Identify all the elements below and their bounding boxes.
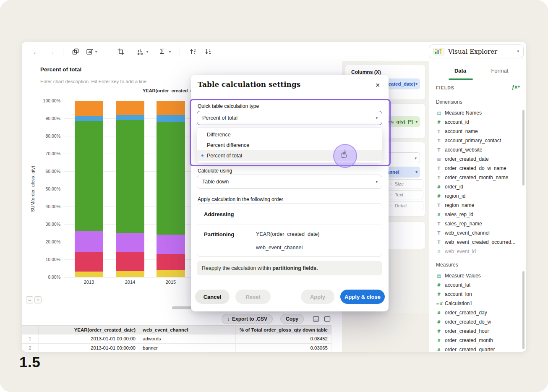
field-item[interactable]: #web_event_id [433, 247, 520, 256]
bar-segment-green[interactable] [75, 121, 103, 231]
field-item[interactable]: #sales_rep_id [433, 210, 520, 219]
field-item[interactable]: Taccount_primary_contact [433, 136, 520, 145]
field-item[interactable]: #order_created_quarter [433, 345, 520, 352]
workbook-switcher[interactable]: Visual Explorer ▾ [429, 44, 524, 58]
measures-label: Measures [436, 262, 458, 268]
back-button[interactable]: ← [31, 47, 41, 56]
calc-type-option[interactable]: Difference [197, 129, 382, 140]
remove-chart-button[interactable] [85, 47, 95, 56]
apply-button[interactable]: Apply [301, 290, 334, 304]
collapse-panel-button[interactable] [313, 316, 319, 322]
reset-button[interactable]: Reset [235, 290, 271, 304]
field-item[interactable]: #order_id [433, 182, 520, 191]
bar-segment-orange[interactable] [75, 101, 103, 116]
field-item[interactable]: Tweb_event_created_occurred... [433, 238, 520, 247]
bar-segment-violet[interactable] [75, 231, 103, 252]
bar-segment-yellow[interactable] [75, 272, 103, 277]
text-drop-target[interactable]: ○Text [387, 190, 423, 199]
number-field-icon: # [436, 338, 442, 343]
bar-segment-green[interactable] [157, 122, 185, 235]
bar-segment-violet[interactable] [157, 235, 185, 254]
bar-segment-orange[interactable] [116, 101, 144, 115]
apply-and-close-button[interactable]: Apply & close [340, 290, 385, 304]
add-calculation-icon[interactable]: ƒx+ [512, 84, 520, 90]
duplicate-icon [72, 48, 79, 55]
close-button[interactable]: ✕ [373, 80, 383, 90]
zoom-in-button[interactable]: + [34, 296, 42, 303]
field-item[interactable]: #order_created_month [433, 336, 520, 345]
field-item[interactable]: Tregion_name [433, 201, 520, 210]
special-field-icon: ▤ [436, 274, 442, 278]
sort-descending-button[interactable] [203, 47, 213, 56]
option-label: Percent difference [207, 142, 249, 148]
bar-segment-blue[interactable] [75, 116, 103, 121]
table-header-cell [22, 326, 39, 335]
swap-axes-button[interactable] [135, 47, 145, 56]
text-field-icon: T [436, 222, 442, 226]
chevron-down-icon: ▾ [415, 170, 418, 174]
field-item[interactable]: Torder_created_month_name [433, 173, 520, 182]
field-label: order_created_month_name [445, 175, 508, 180]
bar-segment-green[interactable] [116, 120, 144, 233]
calculate-using-select[interactable]: Table down ▾ [197, 175, 382, 189]
bar-segment-yellow[interactable] [157, 270, 185, 277]
field-label: Calculation1 [445, 301, 472, 306]
field-item[interactable]: #account_lon [433, 290, 520, 299]
toolbar-divider [63, 47, 63, 56]
quick-calc-select[interactable]: Percent of total ▾ [197, 111, 382, 125]
dimensions-scrollbar[interactable] [522, 110, 525, 186]
field-item[interactable]: #order_created_day [433, 308, 520, 317]
sort-ascending-button[interactable] [188, 47, 198, 56]
copy-button[interactable]: Copy [280, 314, 304, 324]
bar-segment-yellow[interactable] [116, 271, 144, 277]
field-item[interactable]: =#Calculation1 [433, 299, 520, 308]
field-item[interactable]: ▤Measure Values [433, 271, 520, 280]
aggregate-button[interactable]: Σ [157, 47, 167, 56]
tab-format[interactable]: Format [486, 61, 513, 80]
field-item[interactable]: #region_id [433, 191, 520, 201]
export-csv-button[interactable]: ↓ Export to .CSV [222, 314, 273, 324]
field-item[interactable]: Torder_created_do_w_name [433, 164, 520, 173]
field-item[interactable]: #account_lat [433, 280, 520, 290]
measures-scrollbar[interactable] [522, 271, 525, 349]
bar-segment-crimson[interactable] [75, 252, 103, 272]
field-item[interactable]: #order_created_hour [433, 327, 520, 336]
field-item[interactable]: Tweb_event_channel [433, 228, 520, 238]
field-item[interactable]: Tsales_rep_name [433, 219, 520, 228]
table-row[interactable]: 12013-01-01 00:00:00adwords0.08452 [22, 335, 331, 344]
field-item[interactable]: Taccount_website [433, 145, 520, 154]
bar-segment-orange[interactable] [157, 101, 185, 115]
chevron-down-icon[interactable]: ▾ [145, 50, 149, 54]
table-cell: 2013-01-01 00:00:00 [39, 344, 139, 352]
field-item[interactable]: Taccount_name [433, 127, 520, 136]
chevron-down-icon[interactable]: ▾ [94, 50, 98, 54]
bar-segment-crimson[interactable] [116, 252, 144, 271]
bar-segment-blue[interactable] [116, 115, 144, 120]
field-label: order_id [445, 184, 463, 190]
cancel-button[interactable]: Cancel [195, 290, 230, 304]
chevron-down-icon[interactable]: ▾ [168, 50, 172, 54]
field-label: web_event_created_occurred... [445, 239, 515, 245]
field-item[interactable]: #order_created_do_w [433, 317, 520, 327]
field-item[interactable]: #account_id [433, 118, 520, 127]
bar-segment-blue[interactable] [157, 115, 185, 122]
expand-panel-button[interactable] [324, 316, 331, 322]
bar-segment-crimson[interactable] [157, 254, 185, 270]
order-section-label: Apply calculation in the following order [198, 196, 283, 202]
detail-drop-target[interactable]: ○Detail [387, 201, 423, 210]
field-item[interactable]: ▤Measure Names [433, 108, 520, 118]
crop-button[interactable] [116, 47, 126, 56]
tab-data[interactable]: Data [448, 61, 473, 80]
note-bold-text: partitioning fields. [272, 265, 318, 271]
forward-button[interactable]: → [46, 47, 56, 56]
bar-segment-violet[interactable] [116, 233, 144, 252]
table-row[interactable]: 22013-01-01 00:00:00banner0.03065 [22, 344, 331, 352]
field-item[interactable]: ▦order_created_date [433, 154, 520, 164]
zoom-out-button[interactable]: − [26, 296, 33, 303]
duplicate-button[interactable] [70, 47, 81, 56]
text-field-icon: T [436, 203, 442, 208]
size-drop-target[interactable]: ○Size [387, 179, 423, 188]
y-axis-tick-label: 50.00% [22, 186, 60, 191]
number-field-icon: # [436, 311, 442, 315]
number-field-icon: # [436, 249, 442, 254]
